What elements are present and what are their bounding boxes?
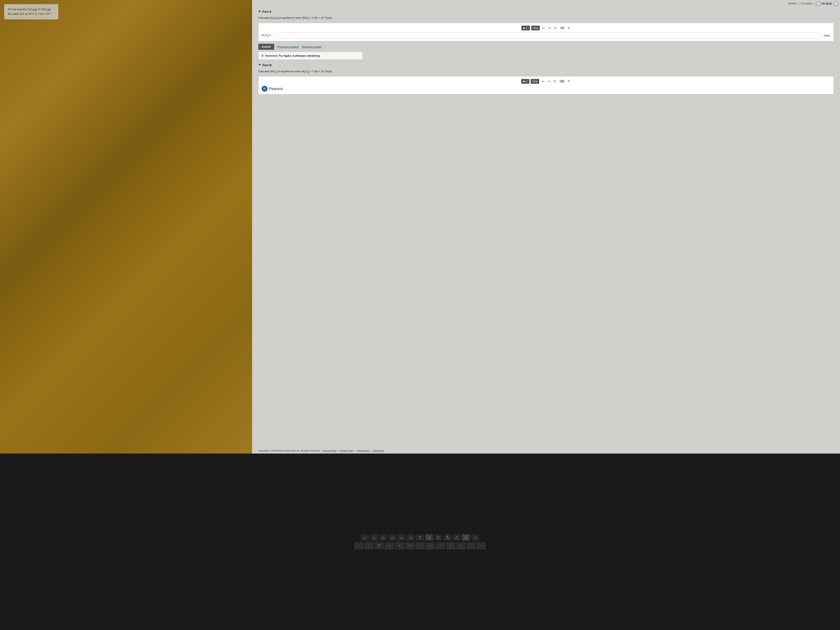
key-2[interactable]: @2 bbox=[374, 542, 384, 549]
prev-page-button[interactable]: ‹ bbox=[816, 1, 821, 6]
part-b-title: Part B bbox=[262, 63, 272, 67]
function-key-row: ☀ F1 ☀ F2 ◫ F3 ⊞ F4 ✦ F5 ✦✦ F6 ◀◀ F7 ▶⏸ bbox=[4, 534, 836, 541]
problem-text: For the reaction N2O4(g) ⇌ 2NO2(g), the … bbox=[8, 8, 52, 16]
greek-button-b[interactable]: AΣφ bbox=[531, 79, 539, 84]
pearson-logo: P bbox=[262, 86, 267, 92]
key-f1[interactable]: ☀ F1 bbox=[361, 534, 369, 541]
keyboard-area: ☀ F1 ☀ F2 ◫ F3 ⊞ F4 ✦ F5 ✦✦ F6 ◀◀ F7 ▶⏸ bbox=[0, 453, 840, 630]
redo-button-b[interactable]: ↪ bbox=[546, 79, 551, 84]
power-icon: ⏻ bbox=[474, 537, 476, 538]
key-f8[interactable]: ▶⏸ F8 bbox=[425, 534, 433, 541]
key-f5[interactable]: ✦ F5 bbox=[398, 534, 406, 541]
part-b-collapse-icon[interactable] bbox=[258, 64, 261, 66]
key-7[interactable]: & bbox=[426, 542, 435, 549]
refresh-button-b[interactable]: ↻ bbox=[553, 79, 557, 84]
symbol-icon-b: ■√□ bbox=[523, 80, 528, 83]
part-a-action-row: Submit Previous Answers Request Answer bbox=[258, 44, 834, 50]
key-f4[interactable]: ⊞ F4 bbox=[388, 534, 396, 541]
part-a-header: Part A bbox=[258, 10, 834, 13]
terms-link[interactable]: Terms of Use bbox=[323, 449, 337, 452]
contact-link[interactable]: Contact Us bbox=[373, 449, 384, 452]
key-8[interactable]: * bbox=[436, 542, 445, 549]
key-f10[interactable]: 🔇 F10 bbox=[444, 534, 452, 541]
key-f6[interactable]: ✦✦ F6 bbox=[407, 534, 415, 541]
pearson-brand: P Pearson bbox=[262, 86, 831, 92]
part-a-collapse-icon[interactable] bbox=[258, 11, 261, 13]
error-text: Incorrect; Try Again; 4 attempts remaini… bbox=[265, 54, 320, 57]
problem-box: For the reaction N2O4(g) ⇌ 2NO2(g), the … bbox=[4, 4, 58, 19]
pearson-name: Pearson bbox=[269, 87, 283, 91]
greek-icon-b: AΣφ bbox=[532, 80, 537, 83]
key-power[interactable]: ⏻ bbox=[471, 534, 479, 541]
content-area: Part A Calculate [N2O4] at equilibrium w… bbox=[252, 6, 840, 447]
key-3[interactable]: # bbox=[385, 542, 394, 549]
key-1[interactable]: !1 bbox=[365, 542, 374, 549]
keyboard-button-b[interactable]: ⌨ bbox=[559, 79, 565, 84]
key-9[interactable]: ( bbox=[446, 542, 455, 549]
refresh-button-a[interactable]: ↻ bbox=[553, 25, 558, 30]
key-f12[interactable]: 🔊 F12 bbox=[462, 534, 470, 541]
error-icon: ✕ bbox=[261, 54, 264, 58]
help-button-a[interactable]: ? bbox=[567, 26, 571, 30]
key-f3[interactable]: ◫ F3 bbox=[379, 534, 387, 541]
header-row: Review | Constants | Periodic Table ‹ 9 … bbox=[252, 0, 840, 6]
submit-button[interactable]: Submit bbox=[258, 44, 274, 50]
permissions-link[interactable]: Permissions bbox=[357, 449, 369, 452]
next-page-button[interactable]: › bbox=[834, 1, 839, 6]
part-a-input-row: [N2O4] = mol/L bbox=[262, 33, 831, 38]
part-b-question: Calculate [NO2] at equilibrium when [N2O… bbox=[258, 69, 834, 74]
key-tilde[interactable]: ~ bbox=[354, 542, 363, 549]
copyright-text: Copyright © 2019 Pearson Education Inc. … bbox=[258, 449, 320, 452]
key-f9[interactable]: ▶▶ F9 bbox=[434, 534, 442, 541]
keyboard-button-a[interactable]: ⌨ bbox=[559, 26, 565, 30]
sqrt-icon-a: √□ bbox=[525, 27, 528, 30]
privacy-link[interactable]: Privacy Policy bbox=[339, 449, 354, 452]
redo-button-a[interactable]: ↪ bbox=[547, 25, 552, 30]
part-a-input[interactable] bbox=[273, 33, 822, 38]
part-b-answer-box: ■√□ AΣφ ↩ ↪ ↻ ⌨ ? P Pearson bbox=[258, 76, 834, 95]
undo-button-a[interactable]: ↩ bbox=[541, 25, 546, 30]
footer: Copyright © 2019 Pearson Education Inc. … bbox=[252, 447, 840, 453]
part-a-input-label: [N2O4] = bbox=[262, 33, 272, 37]
key-4[interactable]: $ bbox=[395, 542, 404, 549]
key-f11[interactable]: 🔉 F11 bbox=[453, 534, 461, 541]
part-b-header: Part B bbox=[258, 63, 834, 67]
symbol-button-b[interactable]: ■√□ bbox=[521, 79, 529, 84]
part-a-question: Calculate [N2O4] at equilibrium when [NO… bbox=[258, 16, 834, 21]
part-a-answer-box: ■ √□ AΣφ ↩ ↪ ↻ ⌨ ? [N2O4] = bbox=[258, 23, 834, 41]
greek-icon-a: AΣφ bbox=[533, 27, 538, 30]
request-answer-button[interactable]: Request Answer bbox=[302, 45, 322, 48]
key-f2[interactable]: ☀ F2 bbox=[370, 534, 378, 541]
key-6[interactable]: ^ bbox=[415, 542, 425, 549]
part-b-toolbar: ■√□ AΣφ ↩ ↪ ↻ ⌨ ? bbox=[262, 79, 831, 84]
error-message: ✕ Incorrect; Try Again; 4 attempts remai… bbox=[258, 52, 363, 60]
right-panel: Review | Constants | Periodic Table ‹ 9 … bbox=[252, 0, 840, 453]
part-a-toolbar: ■ √□ AΣφ ↩ ↪ ↻ ⌨ ? bbox=[262, 25, 831, 30]
key-minus[interactable]: - bbox=[466, 542, 476, 549]
key-f7[interactable]: ◀◀ F7 bbox=[416, 534, 424, 541]
page-counter: 9 of 10 bbox=[823, 2, 832, 5]
left-panel: For the reaction N2O4(g) ⇌ 2NO2(g), the … bbox=[0, 0, 252, 453]
symbol-button-a[interactable]: ■ √□ bbox=[521, 25, 530, 30]
page-navigation: ‹ 9 of 10 › bbox=[816, 1, 839, 6]
previous-answers-button[interactable]: Previous Answers bbox=[277, 45, 299, 48]
key-5[interactable]: % bbox=[405, 542, 415, 549]
review-link[interactable]: Review bbox=[788, 2, 797, 5]
help-button-b[interactable]: ? bbox=[567, 79, 571, 84]
key-plus[interactable]: + bbox=[477, 542, 486, 549]
part-a-title: Part A bbox=[262, 10, 272, 13]
undo-button-b[interactable]: ↩ bbox=[540, 79, 545, 84]
key-0[interactable]: ) bbox=[456, 542, 466, 549]
constants-link[interactable]: Constants bbox=[801, 2, 812, 5]
part-a-unit: mol/L bbox=[824, 34, 831, 37]
symbol-icon-a: ■ bbox=[523, 27, 525, 30]
greek-button-a[interactable]: AΣφ bbox=[531, 25, 540, 30]
